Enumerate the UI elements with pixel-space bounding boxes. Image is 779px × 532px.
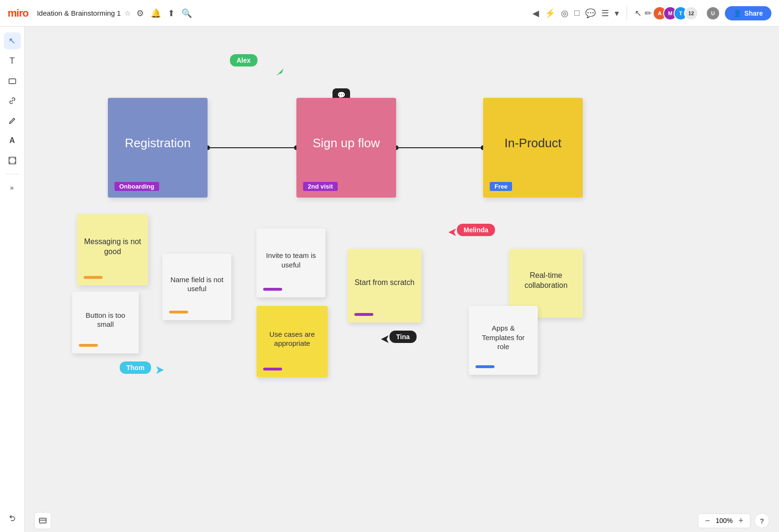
cursor-alex-arrow	[275, 67, 285, 77]
tool-frame[interactable]	[4, 152, 21, 169]
miro-logo[interactable]: miro	[8, 7, 28, 19]
sticky-namefield[interactable]: Name field is not useful	[162, 254, 231, 320]
cursor-melinda-label: Melinda	[457, 224, 495, 236]
cursor-tina-label: Tina	[390, 331, 417, 343]
pen-toolbar-icon[interactable]: ✏	[645, 8, 652, 19]
share-label: Share	[744, 10, 763, 17]
sticky-signup-tag: 2nd visit	[303, 182, 338, 191]
zoom-controls: − 100% + ?	[698, 513, 770, 528]
sticky-usecases[interactable]: Use cases are appropriate	[256, 306, 328, 377]
my-avatar[interactable]: U	[706, 6, 720, 20]
present-icon[interactable]: □	[574, 8, 580, 18]
svg-marker-12	[276, 68, 284, 76]
zoom-level: 100%	[716, 517, 733, 524]
cursor-thom-label: Thom	[120, 361, 151, 374]
sticky-signup-text: Sign up flow	[303, 104, 390, 182]
sticky-messaging-text: Messaging is not good	[84, 221, 142, 273]
share-button[interactable]: 👤 Share	[725, 6, 771, 20]
star-icon[interactable]: ☆	[124, 9, 131, 18]
zoom-out-button[interactable]: −	[703, 516, 712, 526]
tool-select[interactable]: ↖	[4, 32, 21, 49]
left-toolbar: ↖ T A »	[0, 27, 25, 532]
tool-text[interactable]: T	[4, 52, 21, 69]
sticky-realtime-text: Real-time collaboration	[516, 256, 576, 305]
sticky-scratch-bar	[354, 313, 373, 316]
svg-rect-0	[9, 79, 16, 84]
zoom-control: − 100% +	[698, 513, 750, 528]
share-icon: 👤	[733, 10, 741, 17]
bottom-left	[34, 512, 51, 529]
undo-button[interactable]	[4, 509, 21, 526]
cursor-alex-label: Alex	[230, 54, 257, 66]
upload-icon[interactable]: ⬆	[168, 8, 175, 19]
more-icon[interactable]: ▾	[615, 8, 619, 19]
top-toolbar: miro Ideation & Brainstorming 1 ☆ ⚙ 🔔 ⬆ …	[0, 0, 779, 27]
sticky-inproduct-tag: Free	[490, 182, 512, 191]
svg-rect-16	[39, 518, 46, 523]
svg-marker-13	[448, 228, 456, 236]
sticky-usecases-text: Use cases are appropriate	[263, 313, 321, 365]
tool-more[interactable]: »	[4, 179, 21, 196]
svg-rect-1	[9, 157, 16, 164]
comment-icon[interactable]: 💬	[585, 8, 596, 19]
avatar-count[interactable]: 12	[684, 6, 698, 20]
sticky-registration-text: Registration	[114, 104, 201, 182]
sticky-scratch-text: Start from scratch	[354, 256, 415, 310]
board-title: Ideation & Brainstorming 1 ☆	[37, 9, 131, 18]
sticky-registration[interactable]: Registration Onboarding	[108, 98, 208, 198]
sticky-inproduct-text: In-Product	[490, 104, 576, 182]
sticky-invite-bar	[263, 288, 282, 291]
avatar-group: A M T 12	[656, 6, 698, 20]
sticky-inproduct[interactable]: In-Product Free	[483, 98, 583, 198]
sticky-messaging-bar	[84, 276, 103, 279]
tool-pen[interactable]	[4, 112, 21, 129]
sticky-apps-bar	[475, 365, 494, 368]
sticky-button-text: Button is too small	[79, 298, 132, 341]
back-icon[interactable]: ◀	[532, 8, 539, 19]
cursor-tina-arrow	[380, 334, 390, 344]
help-button[interactable]: ?	[754, 513, 770, 528]
sticky-apps[interactable]: Apps & Templates for role	[469, 306, 538, 375]
sticky-invite-text: Invite to team is useful	[263, 235, 319, 285]
settings-icon[interactable]: ⚙	[136, 8, 144, 19]
sticky-button[interactable]: Button is too small	[72, 292, 139, 353]
svg-marker-15	[156, 366, 164, 374]
grid-icon[interactable]: ☰	[601, 8, 609, 19]
cursor-thom-arrow	[155, 365, 165, 375]
sticky-messaging[interactable]: Messaging is not good	[77, 214, 148, 285]
search-icon[interactable]: 🔍	[181, 8, 192, 19]
svg-marker-14	[381, 335, 389, 343]
tool-separator	[6, 174, 19, 174]
cursor-melinda-arrow	[447, 228, 457, 237]
sticky-usecases-bar	[263, 368, 282, 370]
tool-font[interactable]: A	[4, 132, 21, 149]
board-title-text: Ideation & Brainstorming 1	[37, 9, 121, 17]
sticky-scratch[interactable]: Start from scratch	[348, 249, 421, 323]
tool-shape[interactable]	[4, 72, 21, 89]
toolbar-right: ◀ ⚡ ◎ □ 💬 ☰ ▾ ↖ ✏ A M T 12 U 👤 Share	[532, 6, 771, 20]
sticky-registration-tag: Onboarding	[114, 182, 159, 191]
canvas[interactable]: 💬 Registration Onboarding Sign up flow 2…	[25, 27, 779, 532]
toolbar-right-icons: ◀ ⚡ ◎ □ 💬 ☰ ▾	[532, 8, 619, 19]
tool-link[interactable]	[4, 92, 21, 109]
lightning-icon[interactable]: ⚡	[545, 8, 555, 19]
sticky-button-bar	[79, 344, 98, 347]
toolbar-icons: ⚙ 🔔 ⬆ 🔍	[136, 8, 192, 19]
sticky-namefield-bar	[169, 311, 188, 314]
notifications-icon[interactable]: 🔔	[151, 8, 161, 19]
layers-button[interactable]	[34, 512, 51, 529]
zoom-in-button[interactable]: +	[736, 516, 745, 526]
sticky-invite[interactable]: Invite to team is useful	[256, 228, 325, 297]
sticky-signup[interactable]: Sign up flow 2nd visit	[296, 98, 396, 198]
sticky-namefield-text: Name field is not useful	[169, 260, 225, 308]
cursor-icon[interactable]: ↖	[635, 8, 642, 19]
sticky-apps-text: Apps & Templates for role	[475, 313, 531, 362]
timer-icon[interactable]: ◎	[561, 8, 569, 19]
